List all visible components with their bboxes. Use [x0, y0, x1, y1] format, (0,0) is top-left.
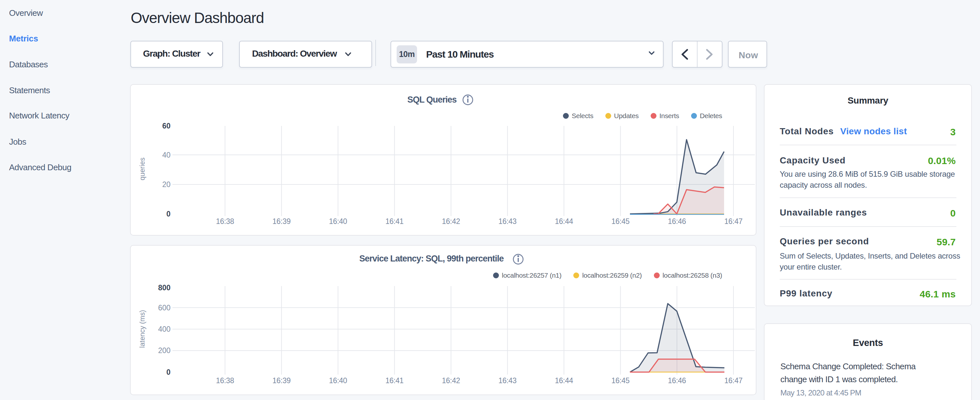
svg-text:SQL Queries: SQL Queries [407, 95, 457, 105]
svg-text:16:38: 16:38 [216, 217, 234, 226]
svg-text:16:38: 16:38 [216, 376, 234, 385]
svg-text:0: 0 [166, 368, 170, 376]
svg-text:16:45: 16:45 [611, 217, 630, 226]
svg-text:16:47: 16:47 [724, 376, 743, 385]
svg-text:0: 0 [166, 210, 170, 218]
svg-text:16:41: 16:41 [385, 376, 404, 385]
svg-text:16:39: 16:39 [272, 217, 291, 226]
svg-text:16:46: 16:46 [668, 217, 686, 226]
svg-text:800: 800 [158, 284, 170, 292]
svg-text:16:44: 16:44 [555, 376, 573, 385]
svg-text:16:43: 16:43 [498, 376, 516, 385]
svg-text:40: 40 [162, 151, 170, 159]
svg-text:20: 20 [162, 180, 170, 189]
svg-text:16:44: 16:44 [555, 217, 573, 226]
svg-text:16:40: 16:40 [329, 217, 347, 226]
svg-text:600: 600 [158, 304, 170, 312]
svg-text:Service Latency: SQL, 99th per: Service Latency: SQL, 99th percentile [359, 254, 504, 263]
svg-text:queries: queries [138, 158, 146, 180]
svg-text:200: 200 [158, 346, 170, 355]
svg-text:16:47: 16:47 [724, 217, 743, 226]
svg-text:latency (ms): latency (ms) [138, 310, 146, 348]
svg-text:16:42: 16:42 [442, 217, 460, 226]
svg-text:16:40: 16:40 [329, 376, 347, 385]
svg-text:16:42: 16:42 [442, 376, 460, 385]
svg-text:16:39: 16:39 [272, 376, 291, 385]
svg-text:60: 60 [162, 122, 170, 130]
svg-text:16:46: 16:46 [668, 376, 686, 385]
svg-text:16:45: 16:45 [611, 376, 630, 385]
svg-text:16:41: 16:41 [385, 217, 404, 226]
svg-text:16:43: 16:43 [498, 217, 516, 226]
svg-text:400: 400 [158, 325, 170, 333]
